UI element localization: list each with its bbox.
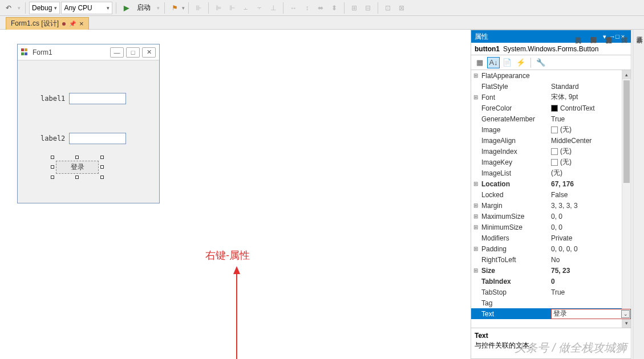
size-icon-1: ⊞ [348, 2, 361, 14]
alphabetical-icon[interactable]: A↓ [487, 57, 500, 68]
wrench-icon[interactable]: 🔧 [534, 57, 547, 68]
main-toolbar: ↶ ▾ Debug▾ Any CPU▾ ▶ 启动 ▾ ⚑ ▾ ⊪ ⊫ ⊩ ⫠ ⫟… [0, 0, 644, 16]
center-icon-2: ⊠ [395, 2, 408, 14]
config-dropdown[interactable]: Debug▾ [29, 2, 60, 14]
tab-label: Form1.cs [设计] [11, 19, 59, 28]
tab-bar: Form1.cs [设计] 📌 × [0, 16, 644, 30]
align-icon-2: ⊫ [212, 2, 225, 14]
space-icon-4: ⬍ [328, 2, 341, 14]
form-icon [21, 48, 29, 56]
toolwindow-tab[interactable]: 团队资源管理器 [589, 32, 598, 359]
align-icon-3: ⊩ [226, 2, 238, 14]
space-icon-2: ↕ [301, 2, 313, 14]
annotation-text: 右键-属性 [205, 248, 250, 262]
label2[interactable]: label2 [40, 134, 65, 142]
back-icon[interactable]: ↶ [2, 2, 15, 14]
pin-icon[interactable]: 📌 [69, 21, 76, 27]
tab-form1-designer[interactable]: Form1.cs [设计] 📌 × [6, 17, 89, 30]
annotation-arrow-icon [231, 266, 242, 359]
toolwindow-tab[interactable]: 解决方案资源管理器 [605, 32, 613, 359]
platform-dropdown[interactable]: Any CPU▾ [61, 2, 112, 14]
space-icon-3: ⬌ [314, 2, 327, 14]
maximize-icon[interactable]: □ [126, 47, 140, 58]
form1-window[interactable]: Form1 — □ ✕ label1 label2 登录 [17, 44, 160, 203]
align-icon-4: ⫠ [240, 2, 252, 14]
minimize-icon[interactable]: — [110, 47, 124, 58]
tool-icon[interactable]: ⚑ [168, 2, 181, 14]
align-icon-6: ⊥ [267, 2, 280, 14]
play-icon[interactable]: ▶ [120, 2, 132, 14]
design-surface[interactable]: Form1 — □ ✕ label1 label2 登录 右键-属性 [0, 30, 473, 359]
unsaved-dot-icon [62, 22, 66, 26]
size-icon-2: ⊟ [362, 2, 374, 14]
align-icon-1: ⊪ [192, 2, 205, 14]
form1-titlebar: Form1 — □ ✕ [18, 44, 159, 60]
toolwindow-tab[interactable]: 类视图 [574, 32, 582, 359]
categorized-icon[interactable]: ▦ [473, 57, 486, 68]
textbox2[interactable] [69, 133, 126, 144]
label1[interactable]: label1 [40, 95, 65, 103]
space-icon-1: ↔ [287, 2, 299, 14]
close-icon[interactable]: × [79, 19, 84, 28]
properties-page-icon[interactable]: 📄 [501, 57, 513, 68]
watermark: 头条号 / 做全栈攻城狮 [515, 340, 627, 356]
align-icon-5: ⫟ [253, 2, 266, 14]
close-window-icon[interactable]: ✕ [142, 47, 156, 58]
toolwindow-tab[interactable]: 诊断工具 [635, 32, 644, 359]
svg-marker-1 [233, 266, 240, 274]
textbox1[interactable] [69, 93, 126, 104]
form-title: Form1 [33, 48, 108, 56]
center-icon-1: ⊡ [382, 2, 394, 14]
events-icon[interactable]: ⚡ [515, 57, 527, 68]
start-button[interactable]: 启动 [133, 3, 154, 13]
start-dropdown-icon[interactable]: ▾ [155, 2, 161, 14]
form1-body[interactable]: label1 label2 登录 [18, 60, 159, 203]
right-tool-strip: 诊断工具属性解决方案资源管理器团队资源管理器类视图 [633, 30, 644, 359]
dropdown-caret-icon[interactable]: ▾ [16, 2, 22, 14]
selection-handles[interactable] [52, 157, 102, 177]
toolwindow-tab[interactable]: 属性 [620, 32, 629, 359]
